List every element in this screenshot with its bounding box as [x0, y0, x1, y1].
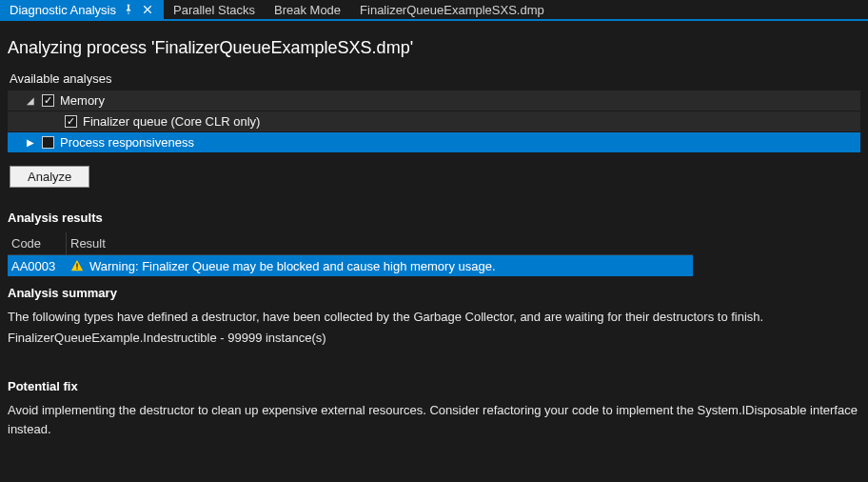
tab-dump-file[interactable]: FinalizerQueueExampleSXS.dmp: [350, 0, 554, 19]
analysis-summary-heading: Analysis summary: [8, 286, 860, 300]
svg-rect-1: [76, 269, 77, 270]
svg-rect-0: [76, 263, 77, 267]
result-cell: Warning: Finalizer Queue may be blocked …: [67, 259, 693, 273]
result-code: AA0003: [8, 259, 67, 273]
tab-parallel-stacks[interactable]: Parallel Stacks: [164, 0, 265, 19]
analyses-tree: ◢ Memory Finalizer queue (Core CLR only)…: [8, 90, 860, 152]
warning-icon: [70, 259, 84, 272]
results-row[interactable]: AA0003 Warning: Finalizer Queue may be b…: [8, 255, 693, 276]
chevron-down-icon[interactable]: ◢: [25, 95, 36, 106]
tab-label: Break Mode: [274, 3, 341, 17]
column-header-code[interactable]: Code: [8, 232, 67, 254]
tab-diagnostic-analysis[interactable]: Diagnostic Analysis: [0, 0, 164, 19]
checkbox-memory[interactable]: [42, 94, 54, 107]
close-icon[interactable]: [141, 3, 154, 16]
analyze-button[interactable]: Analyze: [10, 166, 89, 188]
checkbox-finalizer-queue[interactable]: [65, 115, 77, 128]
main-content: Analyzing process 'FinalizerQueueExample…: [0, 21, 868, 448]
potential-fix-heading: Potential fix: [8, 379, 860, 393]
checkbox-process-responsiveness[interactable]: [42, 136, 54, 149]
tab-strip: Diagnostic Analysis Parallel Stacks Brea…: [0, 0, 868, 21]
page-title: Analyzing process 'FinalizerQueueExample…: [8, 38, 860, 58]
result-message: Warning: Finalizer Queue may be blocked …: [89, 259, 496, 273]
tree-label: Finalizer queue (Core CLR only): [83, 114, 260, 129]
tab-label: Diagnostic Analysis: [10, 3, 116, 17]
tree-label: Process responsiveness: [60, 135, 194, 150]
results-table: Code Result AA0003 Warning: Finalizer Qu…: [8, 232, 693, 276]
tab-break-mode[interactable]: Break Mode: [265, 0, 350, 19]
tree-row-memory[interactable]: ◢ Memory: [8, 90, 860, 110]
tree-row-finalizer-queue[interactable]: Finalizer queue (Core CLR only): [8, 110, 860, 131]
column-header-result[interactable]: Result: [67, 232, 693, 254]
tab-label: Parallel Stacks: [173, 3, 255, 17]
analysis-results-heading: Analysis results: [8, 211, 860, 225]
chevron-right-icon[interactable]: ▶: [25, 137, 36, 148]
available-analyses-label: Available analyses: [10, 71, 860, 86]
summary-line-1: The following types have defined a destr…: [8, 308, 860, 327]
potential-fix-text: Avoid implementing the destructor to cle…: [8, 401, 860, 438]
pin-icon[interactable]: [122, 3, 135, 16]
tree-label: Memory: [60, 93, 105, 108]
tree-row-process-responsiveness[interactable]: ▶ Process responsiveness: [8, 131, 860, 152]
tab-label: FinalizerQueueExampleSXS.dmp: [360, 3, 544, 17]
summary-line-2: FinalizerQueueExample.Indestructible - 9…: [8, 329, 860, 348]
results-header: Code Result: [8, 232, 693, 255]
